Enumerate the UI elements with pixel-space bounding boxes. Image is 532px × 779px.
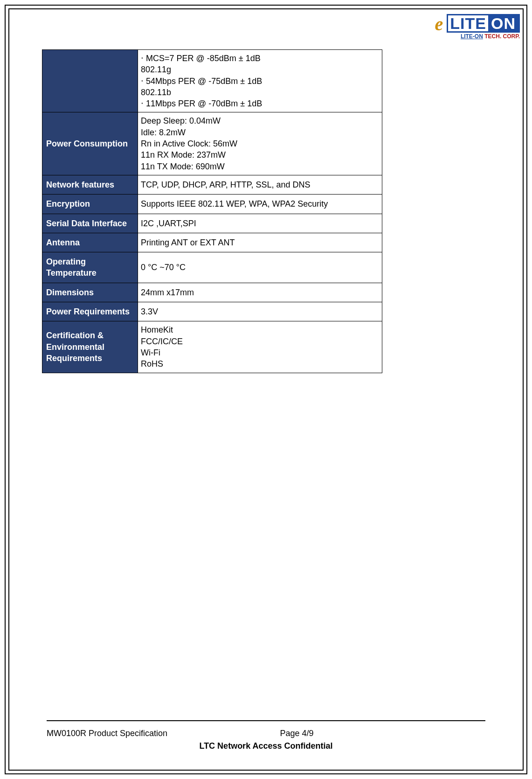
cell-value: I2C ,UART,SPI — [138, 214, 382, 233]
cell-label: Dimensions — [42, 283, 138, 302]
cell-label: Network features — [42, 175, 138, 194]
logo-top: e LITE ON — [435, 14, 520, 33]
spec-table: ‧ MCS=7 PER @ -85dBm ± 1dB802.11g‧ 54Mbp… — [42, 49, 382, 373]
cell-label: Antenna — [42, 233, 138, 252]
cell-value: TCP, UDP, DHCP, ARP, HTTP, SSL, and DNS — [138, 175, 382, 194]
header-logo: e LITE ON LITE-ON TECH. CORP. — [435, 14, 520, 39]
cell-label: Power Requirements — [42, 302, 138, 321]
table-row: ‧ MCS=7 PER @ -85dBm ± 1dB802.11g‧ 54Mbp… — [42, 50, 382, 112]
footer-doc-title: MW0100R Product Specification — [47, 729, 252, 738]
footer-confidential: LTC Network Access Confidential — [47, 741, 485, 751]
logo-on: ON — [488, 15, 518, 31]
table-row: Certification & Environmental Requiremen… — [42, 321, 382, 373]
table-row: Network features TCP, UDP, DHCP, ARP, HT… — [42, 175, 382, 194]
footer: MW0100R Product Specification Page 4/9 L… — [47, 720, 485, 751]
cell-label: Operating Temperature — [42, 252, 138, 283]
cell-label: Certification & Environmental Requiremen… — [42, 321, 138, 373]
liteon-logo: LITE ON — [447, 14, 520, 33]
cell-value: 3.3V — [138, 302, 382, 321]
logo-sub-corp: TECH. CORP. — [483, 33, 520, 40]
table-row: Serial Data Interface I2C ,UART,SPI — [42, 214, 382, 233]
inner-frame: e LITE ON LITE-ON TECH. CORP. ‧ MCS=7 PE… — [8, 8, 524, 771]
table-row: Operating Temperature 0 °C ~70 °C — [42, 252, 382, 283]
cell-value: 0 °C ~70 °C — [138, 252, 382, 283]
cell-label: Power Consumption — [42, 112, 138, 175]
table-row: Encryption Supports IEEE 802.11 WEP, WPA… — [42, 195, 382, 214]
e-icon: e — [435, 15, 443, 34]
table-row: Dimensions 24mm x17mm — [42, 283, 382, 302]
cell-value: 24mm x17mm — [138, 283, 382, 302]
footer-divider — [47, 720, 485, 721]
cell-label: Serial Data Interface — [42, 214, 138, 233]
cell-label — [42, 50, 138, 112]
logo-lite: LITE — [448, 15, 488, 31]
table-row: Power Requirements 3.3V — [42, 302, 382, 321]
cell-value: ‧ MCS=7 PER @ -85dBm ± 1dB802.11g‧ 54Mbp… — [138, 50, 382, 112]
cell-value: Supports IEEE 802.11 WEP, WPA, WPA2 Secu… — [138, 195, 382, 214]
cell-value: Printing ANT or EXT ANT — [138, 233, 382, 252]
footer-row: MW0100R Product Specification Page 4/9 — [47, 729, 485, 738]
cell-label: Encryption — [42, 195, 138, 214]
outer-frame: e LITE ON LITE-ON TECH. CORP. ‧ MCS=7 PE… — [5, 5, 527, 774]
spec-table-body: ‧ MCS=7 PER @ -85dBm ± 1dB802.11g‧ 54Mbp… — [42, 50, 382, 373]
table-row: Antenna Printing ANT or EXT ANT — [42, 233, 382, 252]
footer-page: Page 4/9 — [252, 729, 486, 738]
logo-sub-brand: LITE-ON — [461, 33, 483, 40]
cell-value: HomeKitFCC/IC/CEWi-FiRoHS — [138, 321, 382, 373]
logo-subtitle: LITE-ON TECH. CORP. — [435, 34, 520, 39]
table-row: Power Consumption Deep Sleep: 0.04mWIdle… — [42, 112, 382, 175]
cell-value: Deep Sleep: 0.04mWIdle: 8.2mWRn in Activ… — [138, 112, 382, 175]
